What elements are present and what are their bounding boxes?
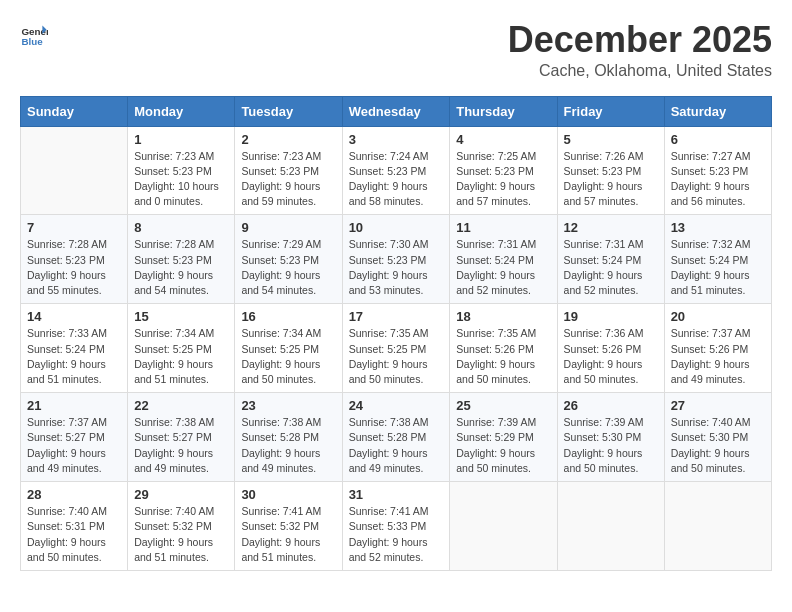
day-info: Sunrise: 7:39 AM Sunset: 5:29 PM Dayligh… — [456, 415, 550, 476]
day-number: 27 — [671, 398, 765, 413]
day-number: 10 — [349, 220, 444, 235]
calendar-cell: 15Sunrise: 7:34 AM Sunset: 5:25 PM Dayli… — [128, 304, 235, 393]
day-number: 29 — [134, 487, 228, 502]
weekday-friday: Friday — [557, 96, 664, 126]
day-number: 8 — [134, 220, 228, 235]
calendar-cell: 24Sunrise: 7:38 AM Sunset: 5:28 PM Dayli… — [342, 393, 450, 482]
calendar-cell: 19Sunrise: 7:36 AM Sunset: 5:26 PM Dayli… — [557, 304, 664, 393]
day-number: 7 — [27, 220, 121, 235]
calendar-cell: 14Sunrise: 7:33 AM Sunset: 5:24 PM Dayli… — [21, 304, 128, 393]
day-info: Sunrise: 7:29 AM Sunset: 5:23 PM Dayligh… — [241, 237, 335, 298]
day-info: Sunrise: 7:24 AM Sunset: 5:23 PM Dayligh… — [349, 149, 444, 210]
day-number: 5 — [564, 132, 658, 147]
day-number: 13 — [671, 220, 765, 235]
day-info: Sunrise: 7:33 AM Sunset: 5:24 PM Dayligh… — [27, 326, 121, 387]
day-number: 11 — [456, 220, 550, 235]
calendar-cell: 12Sunrise: 7:31 AM Sunset: 5:24 PM Dayli… — [557, 215, 664, 304]
day-number: 30 — [241, 487, 335, 502]
calendar-title: December 2025 — [508, 20, 772, 60]
day-info: Sunrise: 7:23 AM Sunset: 5:23 PM Dayligh… — [241, 149, 335, 210]
calendar-cell: 22Sunrise: 7:38 AM Sunset: 5:27 PM Dayli… — [128, 393, 235, 482]
day-info: Sunrise: 7:28 AM Sunset: 5:23 PM Dayligh… — [134, 237, 228, 298]
calendar-cell: 20Sunrise: 7:37 AM Sunset: 5:26 PM Dayli… — [664, 304, 771, 393]
day-number: 25 — [456, 398, 550, 413]
day-info: Sunrise: 7:34 AM Sunset: 5:25 PM Dayligh… — [134, 326, 228, 387]
weekday-sunday: Sunday — [21, 96, 128, 126]
day-info: Sunrise: 7:38 AM Sunset: 5:27 PM Dayligh… — [134, 415, 228, 476]
calendar-cell: 5Sunrise: 7:26 AM Sunset: 5:23 PM Daylig… — [557, 126, 664, 215]
day-number: 24 — [349, 398, 444, 413]
calendar-cell: 25Sunrise: 7:39 AM Sunset: 5:29 PM Dayli… — [450, 393, 557, 482]
calendar-cell: 3Sunrise: 7:24 AM Sunset: 5:23 PM Daylig… — [342, 126, 450, 215]
calendar-cell — [664, 482, 771, 571]
weekday-monday: Monday — [128, 96, 235, 126]
day-info: Sunrise: 7:41 AM Sunset: 5:33 PM Dayligh… — [349, 504, 444, 565]
day-info: Sunrise: 7:35 AM Sunset: 5:26 PM Dayligh… — [456, 326, 550, 387]
day-info: Sunrise: 7:36 AM Sunset: 5:26 PM Dayligh… — [564, 326, 658, 387]
day-info: Sunrise: 7:37 AM Sunset: 5:27 PM Dayligh… — [27, 415, 121, 476]
day-number: 19 — [564, 309, 658, 324]
calendar-cell — [557, 482, 664, 571]
calendar-subtitle: Cache, Oklahoma, United States — [508, 62, 772, 80]
week-row-2: 7Sunrise: 7:28 AM Sunset: 5:23 PM Daylig… — [21, 215, 772, 304]
day-info: Sunrise: 7:40 AM Sunset: 5:31 PM Dayligh… — [27, 504, 121, 565]
day-number: 16 — [241, 309, 335, 324]
calendar-cell: 31Sunrise: 7:41 AM Sunset: 5:33 PM Dayli… — [342, 482, 450, 571]
title-section: December 2025 Cache, Oklahoma, United St… — [508, 20, 772, 80]
day-number: 31 — [349, 487, 444, 502]
logo-icon: General Blue — [20, 20, 48, 48]
day-info: Sunrise: 7:38 AM Sunset: 5:28 PM Dayligh… — [241, 415, 335, 476]
calendar-cell: 10Sunrise: 7:30 AM Sunset: 5:23 PM Dayli… — [342, 215, 450, 304]
calendar-cell: 2Sunrise: 7:23 AM Sunset: 5:23 PM Daylig… — [235, 126, 342, 215]
day-info: Sunrise: 7:23 AM Sunset: 5:23 PM Dayligh… — [134, 149, 228, 210]
calendar-cell: 9Sunrise: 7:29 AM Sunset: 5:23 PM Daylig… — [235, 215, 342, 304]
day-number: 14 — [27, 309, 121, 324]
day-number: 12 — [564, 220, 658, 235]
calendar-cell: 21Sunrise: 7:37 AM Sunset: 5:27 PM Dayli… — [21, 393, 128, 482]
week-row-1: 1Sunrise: 7:23 AM Sunset: 5:23 PM Daylig… — [21, 126, 772, 215]
logo: General Blue — [20, 20, 48, 48]
day-info: Sunrise: 7:38 AM Sunset: 5:28 PM Dayligh… — [349, 415, 444, 476]
weekday-saturday: Saturday — [664, 96, 771, 126]
weekday-thursday: Thursday — [450, 96, 557, 126]
week-row-3: 14Sunrise: 7:33 AM Sunset: 5:24 PM Dayli… — [21, 304, 772, 393]
calendar-cell: 27Sunrise: 7:40 AM Sunset: 5:30 PM Dayli… — [664, 393, 771, 482]
day-number: 15 — [134, 309, 228, 324]
page-header: General Blue December 2025 Cache, Oklaho… — [20, 20, 772, 80]
day-number: 18 — [456, 309, 550, 324]
day-info: Sunrise: 7:37 AM Sunset: 5:26 PM Dayligh… — [671, 326, 765, 387]
weekday-tuesday: Tuesday — [235, 96, 342, 126]
weekday-header-row: SundayMondayTuesdayWednesdayThursdayFrid… — [21, 96, 772, 126]
day-number: 20 — [671, 309, 765, 324]
week-row-4: 21Sunrise: 7:37 AM Sunset: 5:27 PM Dayli… — [21, 393, 772, 482]
calendar-cell: 11Sunrise: 7:31 AM Sunset: 5:24 PM Dayli… — [450, 215, 557, 304]
calendar-cell: 6Sunrise: 7:27 AM Sunset: 5:23 PM Daylig… — [664, 126, 771, 215]
weekday-wednesday: Wednesday — [342, 96, 450, 126]
day-info: Sunrise: 7:32 AM Sunset: 5:24 PM Dayligh… — [671, 237, 765, 298]
day-info: Sunrise: 7:31 AM Sunset: 5:24 PM Dayligh… — [564, 237, 658, 298]
day-info: Sunrise: 7:26 AM Sunset: 5:23 PM Dayligh… — [564, 149, 658, 210]
day-number: 3 — [349, 132, 444, 147]
day-info: Sunrise: 7:39 AM Sunset: 5:30 PM Dayligh… — [564, 415, 658, 476]
calendar-cell: 23Sunrise: 7:38 AM Sunset: 5:28 PM Dayli… — [235, 393, 342, 482]
day-number: 28 — [27, 487, 121, 502]
calendar-cell: 13Sunrise: 7:32 AM Sunset: 5:24 PM Dayli… — [664, 215, 771, 304]
day-number: 26 — [564, 398, 658, 413]
day-info: Sunrise: 7:40 AM Sunset: 5:30 PM Dayligh… — [671, 415, 765, 476]
calendar-cell: 28Sunrise: 7:40 AM Sunset: 5:31 PM Dayli… — [21, 482, 128, 571]
day-info: Sunrise: 7:25 AM Sunset: 5:23 PM Dayligh… — [456, 149, 550, 210]
day-number: 2 — [241, 132, 335, 147]
week-row-5: 28Sunrise: 7:40 AM Sunset: 5:31 PM Dayli… — [21, 482, 772, 571]
day-info: Sunrise: 7:35 AM Sunset: 5:25 PM Dayligh… — [349, 326, 444, 387]
day-info: Sunrise: 7:27 AM Sunset: 5:23 PM Dayligh… — [671, 149, 765, 210]
calendar-table: SundayMondayTuesdayWednesdayThursdayFrid… — [20, 96, 772, 571]
calendar-cell: 16Sunrise: 7:34 AM Sunset: 5:25 PM Dayli… — [235, 304, 342, 393]
day-number: 4 — [456, 132, 550, 147]
day-number: 1 — [134, 132, 228, 147]
day-info: Sunrise: 7:34 AM Sunset: 5:25 PM Dayligh… — [241, 326, 335, 387]
calendar-cell: 8Sunrise: 7:28 AM Sunset: 5:23 PM Daylig… — [128, 215, 235, 304]
calendar-cell: 18Sunrise: 7:35 AM Sunset: 5:26 PM Dayli… — [450, 304, 557, 393]
calendar-cell: 7Sunrise: 7:28 AM Sunset: 5:23 PM Daylig… — [21, 215, 128, 304]
day-number: 21 — [27, 398, 121, 413]
calendar-cell: 17Sunrise: 7:35 AM Sunset: 5:25 PM Dayli… — [342, 304, 450, 393]
